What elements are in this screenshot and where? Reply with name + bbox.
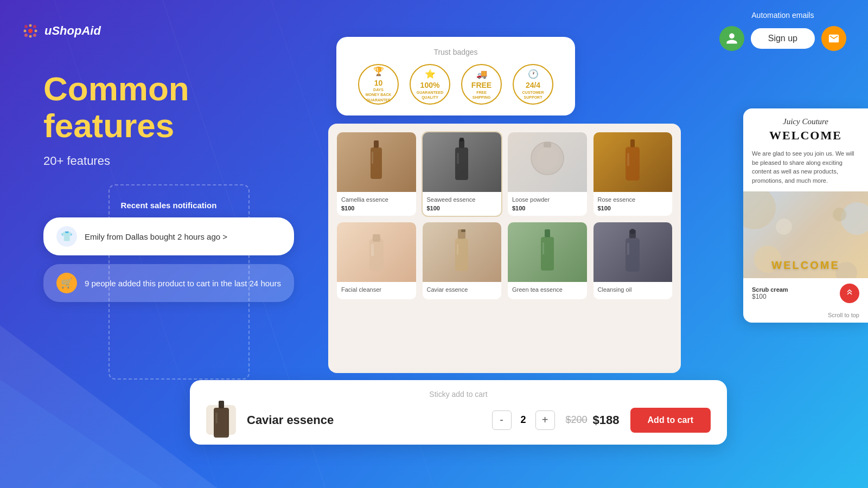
svg-rect-43	[215, 413, 218, 423]
header-right: Automation emails Sign up	[719, 11, 846, 51]
trust-badges-row: 🏆 10 DAYSMONEY BACKGUARANTEE ⭐ 100% GUAR…	[358, 64, 553, 105]
quantity-decrease-button[interactable]: -	[492, 410, 512, 430]
trust-badges-card: Trust badges 🏆 10 DAYSMONEY BACKGUARANTE…	[336, 37, 575, 115]
product-image-caviar	[423, 222, 502, 282]
svg-rect-20	[457, 153, 459, 164]
svg-rect-40	[627, 243, 629, 255]
svg-rect-24	[630, 139, 635, 147]
product-grid-card: Camellia essence $100 Seaweed essence $1…	[328, 124, 681, 373]
sale-price: $188	[593, 413, 620, 427]
popup-product-info: Scrub cream $100	[752, 286, 788, 300]
svg-point-9	[33, 34, 36, 37]
svg-rect-19	[455, 147, 468, 180]
sticky-product-image	[206, 405, 236, 435]
product-name-rose: Rose essence	[598, 196, 668, 203]
popup-footer: Scrub cream $100	[743, 278, 868, 312]
svg-point-7	[33, 25, 36, 28]
product-name-facial-cleanser: Facial cleanser	[341, 286, 412, 293]
product-item-facial-cleanser[interactable]: Facial cleanser	[337, 222, 416, 299]
svg-point-38	[630, 229, 635, 234]
svg-rect-29	[371, 244, 374, 256]
main-title: Common features	[43, 70, 315, 144]
product-price-camellia: $100	[341, 205, 412, 211]
product-info-caviar: Caviar essence	[423, 282, 502, 299]
sticky-cart-label: Sticky add to cart	[206, 390, 711, 399]
logo-icon	[22, 22, 39, 40]
product-image-loose-powder	[508, 132, 587, 192]
product-item-loose-powder[interactable]: Loose powder $100	[508, 132, 587, 216]
trust-badge-quality: ⭐ 100% GUARANTEEDQUALITY	[410, 64, 450, 105]
svg-point-11	[35, 30, 37, 33]
svg-point-22	[537, 147, 558, 169]
product-price-loose-powder: $100	[512, 205, 583, 211]
svg-rect-16	[372, 152, 373, 164]
scroll-to-top-button[interactable]	[840, 284, 859, 303]
product-price-rose: $100	[598, 205, 668, 211]
svg-point-13	[24, 30, 27, 33]
popup-body: We are glad to see you join us. We will …	[743, 149, 868, 191]
trust-badge-money-back: 🏆 10 DAYSMONEY BACKGUARANTEE	[358, 64, 399, 105]
product-image-seaweed	[423, 132, 502, 192]
product-item-camellia[interactable]: Camellia essence $100	[337, 132, 416, 216]
hero-content: Common features 20+ features	[43, 70, 315, 168]
svg-rect-41	[219, 401, 224, 408]
quantity-controls: - 2 +	[492, 410, 555, 430]
sticky-cart-bar: Sticky add to cart Caviar essence - 2 + …	[190, 380, 727, 445]
popup-image-text: WELCOME	[771, 259, 839, 272]
svg-rect-14	[374, 140, 379, 148]
quantity-value: 2	[516, 414, 531, 426]
signup-button[interactable]: Sign up	[751, 28, 815, 49]
svg-point-6	[24, 25, 28, 28]
product-info-cleansing-oil: Cleansing oil	[593, 282, 673, 299]
product-image-camellia	[337, 132, 416, 192]
product-item-seaweed[interactable]: Seaweed essence $100	[423, 132, 502, 216]
product-item-rose[interactable]: Rose essence $100	[593, 132, 673, 216]
popup-product-name: Scrub cream	[752, 286, 788, 293]
product-name-green-tea: Green tea essence	[512, 286, 583, 293]
product-item-cleansing-oil[interactable]: Cleansing oil	[593, 222, 673, 299]
product-name-loose-powder: Loose powder	[512, 196, 583, 203]
svg-rect-33	[457, 244, 458, 255]
product-grid: Camellia essence $100 Seaweed essence $1…	[337, 132, 672, 299]
product-image-facial-cleanser	[337, 222, 416, 282]
sticky-cart-row: Caviar essence - 2 + $200 $188 Add to ca…	[206, 405, 711, 435]
product-image-rose	[593, 132, 673, 192]
recent-sales-section: Recent sales notification 👕 Emily from D…	[43, 201, 294, 302]
add-to-cart-button[interactable]: Add to cart	[630, 408, 711, 433]
user-avatar[interactable]	[719, 26, 744, 51]
product-image-cleansing-oil	[593, 222, 673, 282]
popup-title: WELCOME	[752, 129, 859, 143]
svg-point-12	[29, 35, 32, 38]
svg-rect-34	[545, 229, 550, 237]
svg-rect-31	[455, 239, 468, 271]
product-price-seaweed: $100	[427, 205, 497, 211]
svg-point-8	[24, 34, 28, 37]
product-info-camellia: Camellia essence $100	[337, 192, 416, 216]
trust-badge-shipping: 🚚 FREE FREESHIPPING	[461, 64, 502, 105]
product-item-green-tea[interactable]: Green tea essence	[508, 222, 587, 299]
product-item-caviar[interactable]: Caviar essence	[423, 222, 502, 299]
svg-rect-23	[544, 142, 551, 147]
product-info-facial-cleanser: Facial cleanser	[337, 282, 416, 299]
quantity-increase-button[interactable]: +	[535, 410, 555, 430]
product-name-camellia: Camellia essence	[341, 196, 412, 203]
svg-rect-26	[627, 153, 629, 166]
sales-notification-card[interactable]: 👕 Emily from Dallas bought 2 hours ago >	[43, 217, 294, 255]
logo-text: uShopAid	[44, 24, 101, 38]
popup-image: WELCOME	[743, 191, 868, 278]
svg-rect-32	[461, 229, 465, 232]
product-name-seaweed: Seaweed essence	[427, 196, 497, 203]
popup-product-price: $100	[752, 293, 788, 300]
cart-notification-card[interactable]: 🛒 9 people added this product to cart in…	[43, 264, 294, 302]
svg-rect-28	[373, 234, 380, 242]
sticky-product-name: Caviar essence	[247, 413, 481, 427]
product-image-green-tea	[508, 222, 587, 282]
popup-brand: Juicy Couture	[752, 117, 859, 126]
email-icon[interactable]	[821, 26, 846, 51]
product-name-cleansing-oil: Cleansing oil	[598, 286, 668, 293]
trust-badges-title: Trust badges	[358, 48, 553, 56]
welcome-popup: Juicy Couture WELCOME We are glad to see…	[743, 108, 868, 323]
svg-point-10	[29, 24, 32, 27]
logo[interactable]: uShopAid	[22, 22, 101, 40]
subtitle: 20+ features	[43, 154, 315, 168]
